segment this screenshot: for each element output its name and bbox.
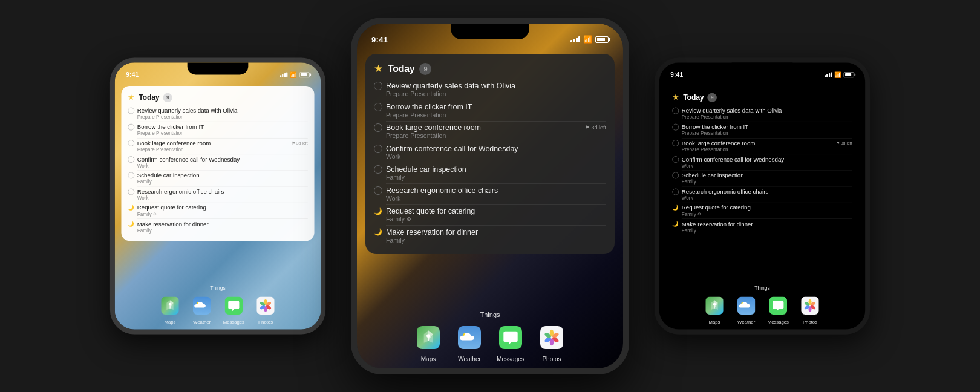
dock-item-photos[interactable]: Photos: [536, 322, 567, 362]
task-item: 🌙 Request quote for catering Family ⊙: [672, 203, 852, 218]
battery-icon: [844, 72, 854, 77]
task-item: 🌙 Request quote for catering Family ⊙: [374, 205, 606, 224]
task-item: Review quarterly sales data with Olivia …: [374, 80, 606, 99]
notch: [732, 62, 793, 74]
signal-bars: [825, 73, 832, 77]
dock-item-photos[interactable]: Photos: [253, 293, 278, 325]
notch: [188, 62, 249, 74]
task-item: Confirm conference call for Wednesday Wo…: [672, 154, 852, 169]
task-item: 🌙 Request quote for catering Family ⊙: [128, 203, 307, 218]
task-list: Review quarterly sales data with Olivia …: [672, 106, 852, 234]
star-icon: ★: [128, 93, 135, 102]
task-item: Review quarterly sales data with Olivia …: [672, 106, 852, 121]
status-icons: 📶: [825, 71, 854, 78]
dock-label: Things: [119, 285, 316, 290]
svg-rect-5: [256, 296, 274, 314]
star-icon: ★: [672, 93, 679, 102]
star-icon: ★: [374, 62, 383, 75]
task-list: Review quarterly sales data with Olivia …: [128, 106, 307, 234]
dock-item-weather[interactable]: Weather: [190, 293, 214, 325]
task-item: Confirm conference call for Wednesday Wo…: [128, 154, 307, 169]
widget-card: ★ Today 9 Review quarterly sales data wi…: [665, 86, 858, 241]
task-item: Borrow the clicker from IT Prepare Prese…: [374, 101, 606, 120]
dock-app-label: Weather: [458, 356, 481, 362]
task-item: Research ergonomic office chairs Work: [672, 187, 852, 202]
dock-item-messages[interactable]: Messages: [495, 322, 526, 362]
task-item: Schedule car inspection Family: [374, 163, 606, 183]
widget-title: Today: [139, 93, 159, 102]
widget-title: Today: [388, 64, 414, 74]
notch: [451, 24, 529, 39]
task-item: Confirm conference call for Wednesday Wo…: [374, 143, 606, 162]
dock-label: Things: [664, 285, 860, 290]
widget-area: ★ Today 9 Review quarterly sales data wi…: [121, 86, 314, 241]
status-time: 9:41: [126, 71, 139, 79]
status-time: 9:41: [670, 71, 683, 79]
wifi-icon: 📶: [290, 71, 297, 78]
status-time: 9:41: [371, 35, 388, 44]
signal-bars: [570, 36, 581, 42]
task-item: Research ergonomic office chairs Work: [128, 187, 307, 202]
dock-item-maps[interactable]: Maps: [702, 293, 727, 325]
badge: 9: [163, 93, 172, 102]
task-item: Schedule car inspection Family: [128, 171, 307, 186]
widget-header: ★ Today 9: [672, 93, 852, 102]
dock-app-label: Weather: [193, 319, 211, 325]
task-item: Research ergonomic office chairs Work: [374, 185, 606, 204]
battery-icon: [595, 36, 609, 43]
task-item: Book large conference room ⚑ 3d left Pre…: [672, 139, 852, 154]
badge: 9: [419, 63, 431, 75]
dock-icons: Maps Weather Messages: [363, 322, 617, 362]
dock-app-label: Photos: [258, 319, 273, 325]
wifi-icon: 📶: [583, 35, 592, 44]
task-item: 🌙 Make reservation for dinner Family: [672, 219, 852, 234]
dock-label: Things: [363, 311, 617, 318]
svg-rect-29: [801, 296, 818, 314]
dock-app-label: Weather: [737, 319, 755, 325]
dock: Things Maps: [119, 285, 316, 325]
battery-icon: [299, 72, 310, 77]
task-list: Review quarterly sales data with Olivia …: [374, 80, 606, 246]
dock-item-weather[interactable]: Weather: [734, 293, 759, 325]
dock-app-label: Maps: [421, 356, 436, 362]
task-item: 🌙 Make reservation for dinner Family: [374, 226, 606, 246]
dock-item-weather[interactable]: Weather: [454, 322, 485, 362]
widget-card: ★ Today 9 Review quarterly sales data wi…: [365, 54, 615, 254]
badge: 9: [708, 93, 717, 102]
task-item: Borrow the clicker from IT Prepare Prese…: [128, 122, 307, 137]
wifi-icon: 📶: [834, 71, 841, 78]
widget-header: ★ Today 9: [374, 62, 606, 75]
dock-app-label: Messages: [497, 356, 524, 362]
dock-item-messages[interactable]: Messages: [766, 293, 790, 325]
task-item: Book large conference room ⚑ 3d left Pre…: [374, 122, 606, 141]
task-item: Book large conference room ⚑ 3d left Pre…: [128, 139, 307, 154]
task-item: Review quarterly sales data with Olivia …: [128, 106, 307, 121]
task-item: Borrow the clicker from IT Prepare Prese…: [672, 122, 852, 137]
widget-title: Today: [683, 93, 704, 102]
dock-icons: Maps Weather Messages: [119, 293, 316, 325]
dock-app-label: Photos: [803, 319, 817, 325]
svg-rect-17: [540, 326, 563, 349]
dock-app-label: Maps: [709, 319, 720, 325]
dock-item-maps[interactable]: Maps: [413, 322, 444, 362]
dock-item-maps[interactable]: Maps: [158, 293, 182, 325]
dock: Things Maps: [664, 285, 860, 325]
dock-item-photos[interactable]: Photos: [798, 293, 822, 325]
phone-right: 9:41 📶: [640, 39, 885, 353]
phone-center: 9:41 📶: [351, 18, 629, 374]
dock-item-messages[interactable]: Messages: [221, 293, 246, 325]
dock-icons: Maps Weather Messages: [664, 293, 860, 325]
signal-bars: [280, 73, 288, 77]
dock-app-label: Messages: [223, 319, 244, 325]
widget-area: ★ Today 9 Review quarterly sales data wi…: [365, 54, 615, 254]
task-item: 🌙 Make reservation for dinner Family: [128, 219, 307, 234]
dock-app-label: Photos: [542, 356, 561, 362]
dock-app-label: Messages: [768, 319, 789, 325]
dock: Things Maps: [363, 311, 617, 362]
widget-header: ★ Today 9: [128, 93, 307, 102]
phone-left: 9:41 📶: [96, 39, 341, 353]
task-item: Schedule car inspection Family: [672, 171, 852, 186]
widget-card: ★ Today 9 Review quarterly sales data wi…: [121, 86, 314, 241]
widget-area: ★ Today 9 Review quarterly sales data wi…: [665, 86, 858, 241]
status-icons: 📶: [570, 35, 609, 44]
